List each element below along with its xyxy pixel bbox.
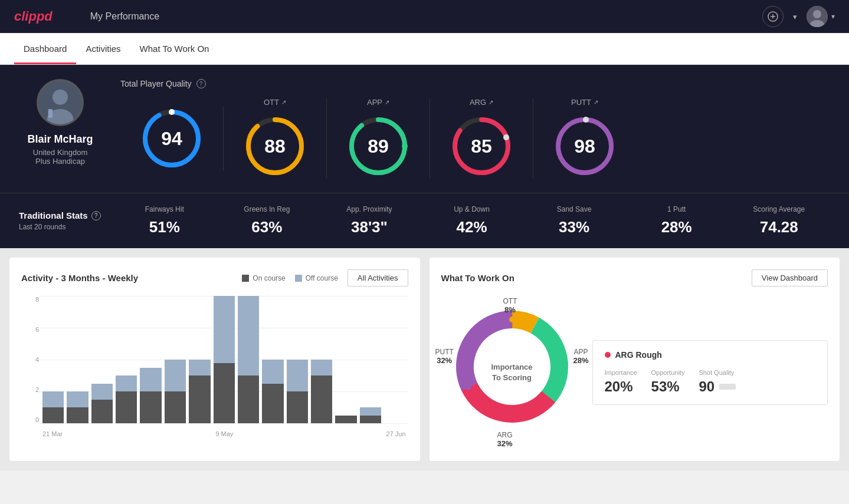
stat-updown-label: Up & Down <box>421 205 523 213</box>
bar-on-5 <box>140 391 161 423</box>
arg-label: ARG ↗ <box>470 98 493 107</box>
stat-sandsave-value: 33% <box>523 218 625 236</box>
player-section: Blair McHarg United Kingdom Plus Handica… <box>19 79 830 179</box>
bar-off-6 <box>165 360 186 391</box>
quality-app: APP ↗ 89 <box>327 98 430 179</box>
y-label-2: 2 <box>21 386 39 393</box>
avatar <box>807 6 828 27</box>
x-label-may: 9 May <box>215 430 233 437</box>
add-button[interactable] <box>762 6 784 27</box>
bar-group-4 <box>116 296 137 423</box>
x-label-jun: 27 Jun <box>386 430 405 437</box>
stat-fairways-label: Fairways Hit <box>113 205 216 213</box>
y-label-0: 0 <box>21 416 39 423</box>
donut-chart-area: Importance To Scoring OTT 8% APP 28% ARG… <box>441 296 583 449</box>
svg-point-29 <box>509 317 515 322</box>
stat-greens-label: Greens In Reg <box>216 205 319 213</box>
bar-off-11 <box>287 360 308 391</box>
bar-on-11 <box>287 391 308 423</box>
y-axis: 8 6 4 2 0 <box>21 296 39 423</box>
bar-group-1 <box>42 296 64 423</box>
bar-group-12 <box>311 296 332 423</box>
what-panel-title: What To Work On <box>441 273 514 283</box>
player-name: Blair McHarg <box>27 133 93 146</box>
quality-help-icon[interactable]: ? <box>196 79 206 88</box>
metric-shotquality: Shot Quality 90 <box>699 369 736 395</box>
svg-point-17 <box>402 143 408 149</box>
all-activities-button[interactable]: All Activities <box>348 269 408 286</box>
tab-activities[interactable]: Activities <box>76 33 130 64</box>
card-dot <box>605 352 611 358</box>
trad-stats-help-icon[interactable]: ? <box>91 211 101 220</box>
view-dashboard-button[interactable]: View Dashboard <box>752 269 828 286</box>
stat-fairways-value: 51% <box>113 218 216 236</box>
putt-trend-icon: ↗ <box>594 99 598 106</box>
logo: clippd <box>14 9 53 24</box>
user-chevron: ▾ <box>831 12 835 21</box>
bar-on-14 <box>360 416 381 424</box>
stat-scoring-value: 74.28 <box>727 218 830 236</box>
stat-fairways: Fairways Hit 51% <box>113 205 216 236</box>
quality-section: Total Player Quality ? 94 <box>120 79 830 179</box>
legend-off-course: Off course <box>295 274 338 282</box>
x-axis: 21 Mar 9 May 27 Jun <box>42 430 406 437</box>
bar-group-7 <box>189 296 210 423</box>
stat-scoring: Scoring Average 74.28 <box>727 205 830 236</box>
activity-panel-header: Activity - 3 Months - Weekly On course O… <box>21 269 408 286</box>
tab-what-to-work-on[interactable]: What To Work On <box>130 33 219 64</box>
stat-proximity-value: 38'3" <box>318 218 421 236</box>
bar-off-14 <box>360 407 381 416</box>
donut-label-putt: PUTT 32% <box>435 348 454 365</box>
user-avatar-button[interactable]: ▾ <box>807 6 835 27</box>
tab-dashboard[interactable]: Dashboard <box>14 33 76 64</box>
stat-oneputt-label: 1 Putt <box>625 205 728 213</box>
stat-proximity-label: App. Proximity <box>318 205 421 213</box>
svg-point-12 <box>169 109 175 115</box>
bar-on-10 <box>262 384 283 424</box>
activity-panel: Activity - 3 Months - Weekly On course O… <box>9 258 420 461</box>
logo-text: clippd <box>14 9 53 24</box>
bar-on-8 <box>214 363 235 423</box>
stat-sandsave: Sand Save 33% <box>523 205 625 236</box>
on-course-label: On course <box>253 274 285 282</box>
y-label-6: 6 <box>21 326 39 333</box>
bar-group-14 <box>360 296 381 423</box>
stat-updown-value: 42% <box>421 218 523 236</box>
legend-on-course: On course <box>242 274 285 282</box>
on-course-dot <box>242 275 249 282</box>
player-info: Blair McHarg United Kingdom Plus Handica… <box>19 79 101 166</box>
bar-group-9 <box>238 296 259 423</box>
bar-off-3 <box>91 384 113 400</box>
shotquality-label: Shot Quality <box>699 369 736 376</box>
donut-label-arg: ARG 32% <box>497 431 513 448</box>
bar-on-3 <box>91 400 113 424</box>
stat-greens-value: 63% <box>216 218 319 236</box>
bar-group-10 <box>262 296 283 423</box>
app-trend-icon: ↗ <box>385 99 389 106</box>
donut-center-text: Importance To Scoring <box>491 362 532 383</box>
card-title: ARG Rough <box>605 350 816 360</box>
svg-point-4 <box>813 10 821 18</box>
opportunity-label: Opportunity <box>651 369 685 376</box>
ott-label: OTT ↗ <box>264 98 286 107</box>
metric-importance: Importance 20% <box>605 369 637 395</box>
bar-off-4 <box>116 375 137 391</box>
arg-circle: 85 <box>449 114 514 179</box>
bars-area <box>42 296 406 423</box>
activity-chart-area: 8 6 4 2 0 <box>21 296 408 437</box>
stat-updown: Up & Down 42% <box>421 205 523 236</box>
info-card-container: ARG Rough Importance 20% Opportunity 53%… <box>592 340 828 405</box>
quality-ott: OTT ↗ 88 <box>224 98 327 179</box>
svg-point-7 <box>53 90 68 105</box>
bar-group-15 <box>384 296 405 423</box>
arg-score: 85 <box>471 136 492 157</box>
chart-legend: On course Off course <box>242 274 338 282</box>
trad-stats-label: Traditional Stats ? Last 20 rounds <box>19 210 113 231</box>
add-chevron[interactable]: ▾ <box>793 12 797 21</box>
shotquality-row: 90 <box>699 378 736 395</box>
activity-chart-title: Activity - 3 Months - Weekly <box>21 273 138 283</box>
shotquality-value: 90 <box>699 378 714 395</box>
arg-rough-card: ARG Rough Importance 20% Opportunity 53%… <box>592 340 828 405</box>
bar-off-2 <box>67 391 88 407</box>
ott-circle: 88 <box>242 114 307 179</box>
